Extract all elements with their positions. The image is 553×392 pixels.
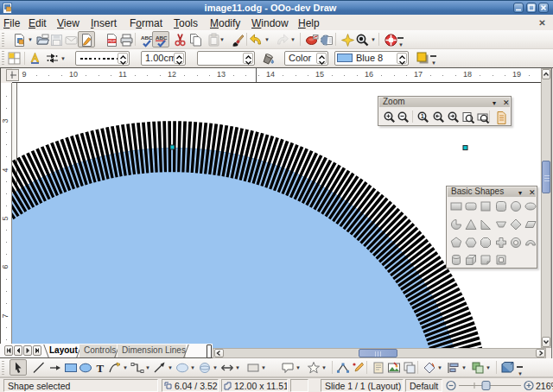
svg-text:T: T xyxy=(97,362,105,375)
svg-text:PDF: PDF xyxy=(108,39,116,43)
svg-text:ABC: ABC xyxy=(156,35,168,41)
svg-text:1: 1 xyxy=(421,113,424,119)
svg-text:ABC: ABC xyxy=(141,35,153,41)
